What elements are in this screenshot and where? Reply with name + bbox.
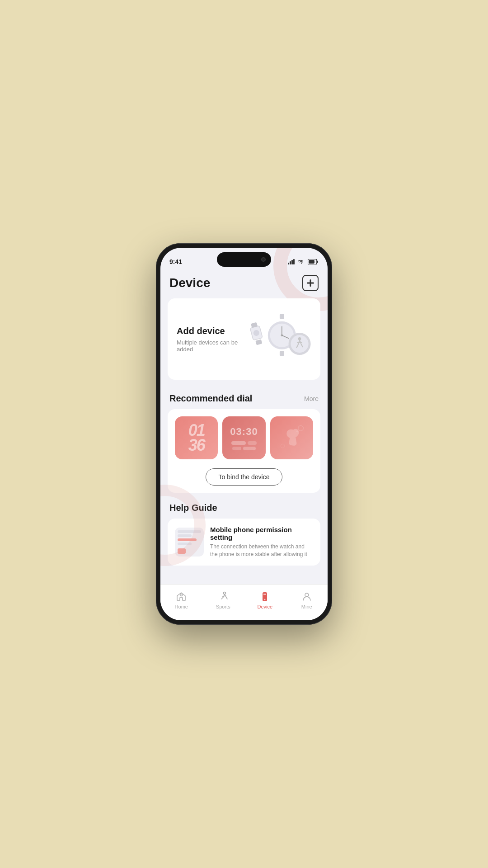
help-item-permission: Mobile phone permission setting The conn… <box>175 526 313 558</box>
add-device-subtitle: Multiple devices can be added <box>177 339 241 353</box>
svg-point-32 <box>305 593 309 597</box>
nav-label-home: Home <box>175 604 188 609</box>
dial-grid: 01 36 03:30 <box>175 416 313 459</box>
help-guide-section: Help Guide Mobile phone permission setti… <box>168 499 320 566</box>
home-icon <box>176 591 187 602</box>
add-device-title: Add device <box>177 326 241 336</box>
svg-rect-14 <box>280 314 284 319</box>
plus-icon <box>307 279 314 287</box>
dial-item-3[interactable] <box>270 416 313 459</box>
help-guide-card[interactable]: Mobile phone permission setting The conn… <box>168 519 320 566</box>
recommended-dial-header: Recommended dial More <box>168 386 320 409</box>
svg-rect-3 <box>293 259 295 264</box>
phone-frame: 9:41 <box>156 243 332 625</box>
add-device-header-button[interactable] <box>302 275 319 291</box>
phone-screen: 9:41 <box>160 248 328 620</box>
svg-rect-2 <box>291 260 293 264</box>
status-icons <box>288 259 319 264</box>
add-device-text: Add device Multiple devices can be added <box>177 326 241 353</box>
sports-icon <box>218 591 229 602</box>
nav-item-device[interactable]: Device <box>244 591 286 609</box>
svg-point-31 <box>264 599 266 600</box>
svg-rect-0 <box>288 263 289 264</box>
nav-item-sports[interactable]: Sports <box>202 591 244 609</box>
recommended-dial-more[interactable]: More <box>304 395 319 402</box>
icon-thumb <box>178 548 186 554</box>
svg-rect-11 <box>255 340 262 345</box>
icon-line-1 <box>178 530 201 533</box>
battery-icon <box>308 259 319 264</box>
icon-line-4 <box>178 542 192 545</box>
svg-rect-6 <box>309 260 314 264</box>
icon-line-2 <box>178 534 192 537</box>
nav-item-home[interactable]: Home <box>160 591 202 609</box>
notch <box>217 252 271 267</box>
svg-rect-8 <box>307 283 314 284</box>
camera <box>261 257 266 262</box>
svg-point-25 <box>298 425 303 430</box>
svg-rect-5 <box>317 261 319 263</box>
help-item-title: Mobile phone permission setting <box>210 526 313 541</box>
help-guide-title: Help Guide <box>168 499 320 519</box>
nav-label-device: Device <box>257 604 272 609</box>
help-item-description: The connection between the watch and the… <box>210 543 313 558</box>
page-title: Device <box>169 276 210 290</box>
nav-item-mine[interactable]: Mine <box>286 591 328 609</box>
help-item-icon <box>175 528 204 557</box>
bind-device-button[interactable]: To bind the device <box>206 468 283 486</box>
svg-rect-15 <box>280 351 284 356</box>
device-icon <box>259 591 270 602</box>
signal-icon <box>288 259 295 264</box>
watches-illustration <box>241 307 311 371</box>
svg-rect-1 <box>290 261 291 264</box>
help-item-text: Mobile phone permission setting The conn… <box>210 526 313 558</box>
dial-item-2[interactable]: 03:30 <box>222 416 265 459</box>
wifi-icon <box>298 259 305 264</box>
icon-line-3 <box>178 538 197 541</box>
svg-point-24 <box>296 430 298 432</box>
status-time: 9:41 <box>169 258 182 265</box>
horse-icon <box>279 425 305 451</box>
svg-rect-30 <box>263 594 266 595</box>
svg-point-27 <box>180 594 183 596</box>
dial-card: 01 36 03:30 <box>168 409 320 493</box>
svg-point-26 <box>281 444 285 448</box>
nav-label-mine: Mine <box>301 604 312 609</box>
svg-point-28 <box>223 592 225 594</box>
mine-icon <box>301 591 312 602</box>
scroll-content[interactable]: Device Add device Multiple devices can b… <box>160 270 328 584</box>
bottom-nav: Home Sports Devi <box>160 584 328 620</box>
recommended-dial-title: Recommended dial <box>169 393 252 404</box>
nav-label-sports: Sports <box>216 604 230 609</box>
page-header: Device <box>168 270 320 298</box>
dial-item-1[interactable]: 01 36 <box>175 416 218 459</box>
add-device-card[interactable]: Add device Multiple devices can be added <box>168 298 320 380</box>
